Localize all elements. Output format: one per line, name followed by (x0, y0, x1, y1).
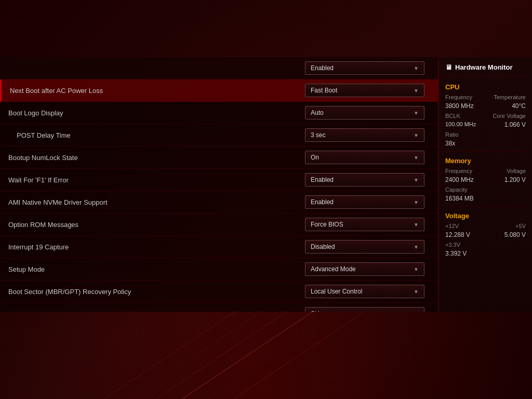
dropdown-arrow: ▼ (414, 155, 419, 161)
setting-label-ami-nvme: AMI Native NVMe Driver Support (8, 198, 305, 206)
setting-row-interrupt19: Interrupt 19 Capture Disabled ▼ (0, 236, 438, 258)
hw-memory-section-title: Memory (445, 157, 526, 165)
dropdown-arrow: ▼ (414, 200, 419, 205)
setting-row-next-boot-ac: Next Boot after AC Power Loss Fast Boot … (0, 79, 438, 102)
setting-value-option-rom: Force BIOS ▼ (305, 218, 430, 231)
setting-row-boot-logo: Boot Logo Display Auto ▼ (0, 102, 438, 124)
dropdown-arrow: ▼ (414, 244, 419, 250)
hw-voltage-5v-label: +5V (515, 223, 526, 229)
hw-cpu-bclk-values: 100.00 MHz 1.066 V (445, 121, 526, 128)
dropdown-ami-nvme[interactable]: Enabled ▼ (305, 195, 424, 209)
setting-label-next-boot-recovery: Next Boot Recovery Action (8, 310, 305, 312)
hw-cpu-temperature-label: Temperature (494, 94, 526, 100)
setting-label-option-rom: Option ROM Messages (8, 221, 305, 229)
hw-voltage-12v-label: +12V (445, 223, 459, 229)
hw-memory-frequency-label: Frequency (445, 168, 472, 174)
dropdown-boot-sector[interactable]: Local User Control ▼ (305, 285, 424, 298)
setting-value-setup-mode: Advanced Mode ▼ (305, 262, 430, 276)
hw-cpu-bclk-value: 100.00 MHz (445, 121, 476, 128)
dropdown-arrow: ▼ (414, 311, 419, 312)
setting-value-interrupt19: Disabled ▼ (305, 240, 430, 254)
setting-value: Enabled ▼ (305, 61, 430, 75)
settings-list: Enabled ▼ Next Boot after AC Power Loss … (0, 57, 438, 312)
dropdown-arrow: ▼ (414, 222, 419, 228)
setting-label-setup-mode: Setup Mode (8, 265, 305, 273)
setting-row-post-delay: POST Delay Time 3 sec ▼ (0, 124, 438, 147)
hw-cpu-section-title: CPU (445, 83, 526, 91)
dropdown-enabled-top[interactable]: Enabled ▼ (305, 61, 424, 75)
monitor-icon: 🖥 (445, 63, 452, 71)
setting-row-ami-nvme: AMI Native NVMe Driver Support Enabled ▼ (0, 191, 438, 214)
hw-memory-capacity-value-row: 16384 MB (445, 195, 526, 202)
setting-value-boot-logo: Auto ▼ (305, 106, 430, 119)
setting-value-boot-sector: Local User Control ▼ (305, 285, 430, 298)
setting-row-boot-sector: Boot Sector (MBR/GPT) Recovery Policy Lo… (0, 281, 438, 303)
setting-value-wait-f1: Enabled ▼ (305, 173, 430, 187)
hw-memory-frequency-value: 2400 MHz (445, 176, 474, 183)
setting-value-numlock: On ▼ (305, 151, 430, 164)
setting-row-wait-f1: Wait For 'F1' If Error Enabled ▼ (0, 169, 438, 191)
dropdown-boot-logo[interactable]: Auto ▼ (305, 106, 424, 119)
hw-cpu-frequency-row: Frequency Temperature (445, 94, 526, 100)
hw-cpu-core-voltage-value: 1.066 V (504, 121, 526, 128)
setting-label-post-delay: POST Delay Time (8, 131, 305, 139)
setting-row-option-rom: Option ROM Messages Force BIOS ▼ (0, 214, 438, 236)
setting-label-boot-sector: Boot Sector (MBR/GPT) Recovery Policy (8, 288, 305, 296)
dropdown-arrow: ▼ (414, 88, 419, 94)
setting-label-boot-logo: Boot Logo Display (8, 109, 305, 117)
content-area[interactable]: Enabled ▼ Next Boot after AC Power Loss … (0, 57, 438, 312)
dropdown-wait-f1[interactable]: Enabled ▼ (305, 173, 424, 187)
hw-voltage-33v-value: 3.392 V (445, 250, 467, 257)
hw-cpu-bclk-label: BCLK (445, 113, 460, 119)
hw-memory-values-row: 2400 MHz 1.200 V (445, 176, 526, 183)
dropdown-interrupt19[interactable]: Disabled ▼ (305, 240, 424, 254)
setting-label-wait-f1: Wait For 'F1' If Error (8, 176, 305, 184)
dropdown-numlock[interactable]: On ▼ (305, 151, 424, 164)
hw-separator-1 (445, 151, 526, 152)
setting-label-next-boot-ac: Next Boot after AC Power Loss (10, 87, 305, 95)
hw-cpu-ratio-value-row: 38x (445, 140, 526, 147)
hw-memory-capacity-label-row: Capacity (445, 187, 526, 193)
dropdown-next-boot-recovery[interactable]: Skip ▼ (305, 307, 424, 312)
hw-voltage-section-title: Voltage (445, 212, 526, 220)
hw-cpu-frequency-value: 3800 MHz (445, 102, 474, 110)
hw-voltage-5v-value: 5.080 V (504, 231, 526, 238)
dropdown-arrow: ▼ (414, 267, 419, 272)
setting-value-post-delay: 3 sec ▼ (305, 128, 430, 142)
setting-label-numlock: Bootup NumLock State (8, 154, 305, 162)
hw-memory-labels-row: Frequency Voltage (445, 168, 526, 174)
hardware-monitor-panel: 🖥 Hardware Monitor CPU Frequency Tempera… (438, 57, 532, 312)
hw-voltage-33v-label-row: +3.3V (445, 242, 526, 248)
hw-memory-capacity-value: 16384 MB (445, 195, 474, 202)
hw-cpu-frequency-label: Frequency (445, 94, 472, 100)
hw-voltage-12v-value: 12.288 V (445, 231, 470, 238)
hw-monitor-title: 🖥 Hardware Monitor (445, 63, 526, 76)
dropdown-setup-mode[interactable]: Advanced Mode ▼ (305, 262, 424, 276)
setting-label-interrupt19: Interrupt 19 Capture (8, 243, 305, 251)
setting-row: Enabled ▼ (0, 57, 438, 79)
hw-voltage-33v-value-row: 3.392 V (445, 250, 526, 257)
hw-voltage-12v-row: +12V +5V (445, 223, 526, 229)
dropdown-next-boot-ac[interactable]: Fast Boot ▼ (305, 84, 424, 97)
setting-value-ami-nvme: Enabled ▼ (305, 195, 430, 209)
hw-memory-capacity-label: Capacity (445, 187, 468, 193)
hw-cpu-core-voltage-label: Core Voltage (493, 113, 526, 119)
setting-row-setup-mode: Setup Mode Advanced Mode ▼ (0, 258, 438, 281)
hw-voltage-12v-values: 12.288 V 5.080 V (445, 231, 526, 238)
dropdown-option-rom[interactable]: Force BIOS ▼ (305, 218, 424, 231)
dropdown-arrow: ▼ (414, 289, 419, 295)
hw-cpu-temperature-value: 40°C (512, 102, 526, 110)
setting-row-numlock: Bootup NumLock State On ▼ (0, 147, 438, 169)
hw-cpu-ratio-row: Ratio (445, 131, 526, 138)
main-layout: Enabled ▼ Next Boot after AC Power Loss … (0, 57, 532, 312)
dropdown-arrow: ▼ (414, 110, 419, 116)
dropdown-arrow: ▼ (414, 177, 419, 183)
setting-value-next-boot-ac: Fast Boot ▼ (305, 84, 430, 97)
dropdown-arrow: ▼ (414, 65, 419, 71)
hw-memory-voltage-value: 1.200 V (504, 176, 526, 183)
setting-value-next-boot-recovery: Skip ▼ (305, 307, 430, 312)
hw-cpu-frequency-values: 3800 MHz 40°C (445, 102, 526, 110)
hw-cpu-ratio-value: 38x (445, 140, 455, 147)
dropdown-post-delay[interactable]: 3 sec ▼ (305, 128, 424, 142)
dropdown-arrow: ▼ (414, 132, 419, 138)
